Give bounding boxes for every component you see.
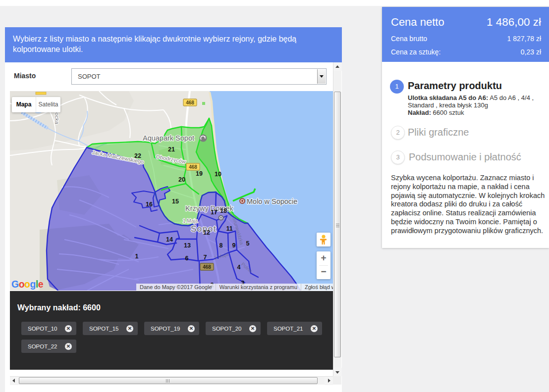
svg-text:1 Maja: 1 Maja [183, 218, 198, 224]
svg-text:11: 11 [226, 225, 232, 232]
svg-text:6: 6 [185, 255, 189, 262]
svg-text:5: 5 [246, 240, 250, 247]
svg-text:17: 17 [211, 209, 218, 216]
svg-text:468: 468 [186, 100, 194, 105]
svg-text:18: 18 [220, 207, 227, 214]
svg-text:Molo w Sopocie: Molo w Sopocie [247, 197, 297, 205]
svg-text:19: 19 [196, 170, 203, 177]
svg-text:4: 4 [237, 264, 241, 271]
svg-text:22: 22 [134, 152, 141, 159]
svg-text:7: 7 [204, 254, 207, 261]
svg-text:8: 8 [220, 242, 223, 249]
svg-text:15: 15 [172, 198, 179, 205]
svg-text:468: 468 [203, 264, 211, 270]
svg-text:21: 21 [168, 146, 175, 153]
svg-text:9: 9 [232, 242, 236, 249]
svg-text:10: 10 [215, 171, 221, 178]
svg-text:14: 14 [166, 236, 173, 243]
svg-text:12: 12 [203, 229, 210, 236]
svg-text:13: 13 [184, 242, 191, 249]
svg-text:1: 1 [135, 253, 139, 260]
svg-text:16: 16 [146, 201, 153, 208]
svg-text:20: 20 [178, 176, 185, 183]
svg-text:Aquapark Sopot: Aquapark Sopot [143, 134, 194, 142]
svg-text:468: 468 [189, 164, 197, 170]
